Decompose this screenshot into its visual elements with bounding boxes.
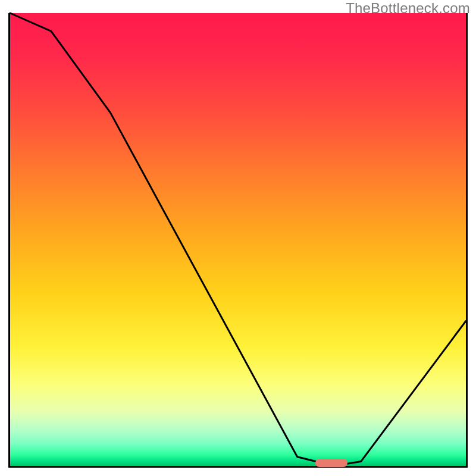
bottleneck-curve-path — [10, 13, 466, 466]
chart-curve-svg — [10, 13, 466, 466]
chart-frame — [8, 13, 468, 468]
optimal-range-marker — [315, 459, 347, 467]
